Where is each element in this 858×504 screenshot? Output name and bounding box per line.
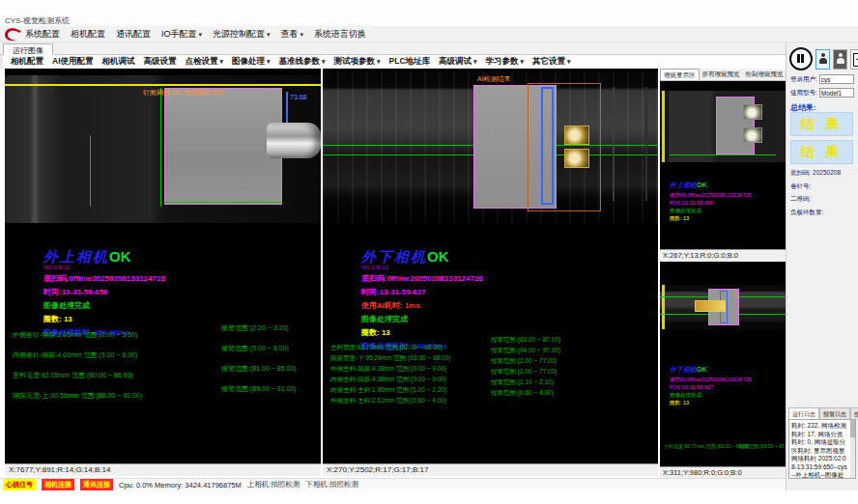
tool-test-params[interactable]: 测试项参数▾: [334, 56, 381, 68]
title-bar: CYS-视觉检测系统: [0, 0, 858, 26]
upper-preview-image[interactable]: [660, 91, 786, 162]
model-field: 使用型号:: [790, 88, 854, 98]
lower-camera-view[interactable]: AI检测结果 外下相机OK NG:0,B:10 底扫码:0ffline20250…: [323, 69, 658, 476]
chevron-down-icon: ▾: [267, 58, 271, 65]
result-box-lower: 结 果: [790, 140, 853, 164]
measurement-value: 隔膜宽度-上:90.56mm 范围:(88.00 ~ 92.00): [13, 392, 142, 399]
measurement-row: 外侧主料-主料:2.61mm 范围:(0.60 ~ 4.00)报警范围:(0.6…: [330, 389, 654, 400]
defect-highlight: [695, 300, 726, 312]
result-text: 结 果: [801, 144, 844, 161]
green-guide-line: [670, 154, 776, 155]
menu-view[interactable]: 查看▾: [281, 28, 304, 41]
chevron-down-icon: ▾: [473, 58, 477, 65]
lower-preview-image[interactable]: [660, 285, 786, 329]
heartbeat-status-badge: 心跳信号: [3, 479, 36, 490]
menu-light-config[interactable]: 光源控制配置▾: [213, 28, 271, 41]
lower-camera-image[interactable]: AI检测结果: [323, 71, 658, 223]
user-manage-button[interactable]: [833, 49, 847, 70]
measurement-value: 外侧主料-主料:2.61mm 范围:(0.60 ~ 4.00): [330, 397, 446, 404]
measurement-value: 主料宽度:83.77mm 范围:(82.00 ~ 88.00): [664, 443, 750, 449]
app-window: CYS-视觉检测系统 系统配置 相机配置 通讯配置 IO手配置▾ 光源控制配置▾…: [0, 0, 858, 504]
pixel-coords-readout: X:7677;Y:891;R:14;G:14;B:14: [5, 463, 321, 476]
lower-preview-info: 外下相机OK 底扫码:0ffline20250208133124728 时间:1…: [670, 358, 752, 406]
chevron-down-icon: ▾: [300, 31, 304, 38]
measurement-row: 内侧主料-主料:1.90mm 范围:(1.00 ~ 2.20)报警范围:(1.1…: [330, 378, 654, 389]
alarm-range: 报警范围:(2.00 ~ 77.00): [491, 357, 557, 366]
sidebar-buttons: ➔: [789, 47, 858, 70]
user-login-button[interactable]: [815, 49, 830, 70]
time-text: 时间:13-31-59-650: [43, 287, 165, 297]
threshold-overlay-text: 针面阈值:93, 动态阈值:100: [143, 88, 223, 98]
log-text-area: 耗时: 222, 网络检测耗时: 17, 网络分类耗时: 0, 网络提取分区耗时…: [788, 419, 856, 479]
model-input[interactable]: [819, 88, 854, 98]
alarm-range: 报警范围:(89.00 ~ 91.00): [221, 384, 297, 394]
upper-camera-view[interactable]: 73.68 针面阈值:93, 动态阈值:100 外上相机OK NG:0,B:11…: [5, 69, 321, 476]
measurement-row: 外侧主料-隔膜:4.38mm 范围:(0.00 ~ 9.00)报警范围:(2.0…: [330, 357, 654, 368]
menu-language-switch[interactable]: 系统语言切换: [314, 28, 366, 41]
pause-icon: [801, 54, 804, 63]
alarm-range: 报警范围:(2.00 ~ 77.00): [491, 368, 557, 377]
tool-camera-config[interactable]: 相机配置: [11, 56, 43, 68]
window-title: CYS-视觉检测系统: [5, 15, 70, 26]
green-guide-line: [160, 88, 161, 207]
tool-image-processing[interactable]: 图像处理▾: [232, 56, 271, 68]
process-done-text: 图像处理完成: [361, 314, 483, 324]
green-guide-line: [164, 202, 282, 203]
ring-count-label: 负极环数量:: [790, 209, 823, 217]
alarm-range: 报警范围:(81.00 ~ 85.00): [221, 364, 297, 374]
log-scrollbar-thumb[interactable]: [850, 420, 855, 437]
tool-other-settings[interactable]: 其它设置▾: [532, 56, 571, 68]
tool-spot-check[interactable]: 点检设置▾: [186, 56, 224, 68]
preview-tab-row: 瑕疵显示区 所有瑕疵预览 绘制瑕疵预览: [660, 69, 786, 81]
lower-camera-mode: 下相机:拍照检测: [305, 480, 358, 490]
exit-button[interactable]: ➔: [850, 49, 858, 70]
right-sidebar: ➔ 登录用户: 使用型号: 总结果: 结 果 结 果 底扫码: 20250208…: [786, 42, 858, 490]
chevron-down-icon: ▾: [567, 58, 571, 65]
measurement-row: 主料宽度:83.05mm 范围:(80.00 ~ 86.00)报警范围:(81.…: [13, 364, 317, 384]
login-user-input[interactable]: [819, 74, 854, 84]
qr-code-label: 二维码:: [790, 195, 811, 204]
measurement-value: 主料宽度:83.05mm 范围:(80.00 ~ 86.00): [13, 372, 133, 378]
yellow-guide-line: [662, 285, 665, 329]
ai-result-label: AI检测结果: [477, 74, 511, 84]
ai-time-text: 使用AI耗时: 1ms: [361, 300, 483, 311]
upper-camera-mode: 上相机:拍照检测: [247, 480, 300, 490]
cpu-memory-readout: Cpu: 0.0% Memory: 3424.41796875M: [119, 481, 242, 490]
tool-advanced-settings[interactable]: 高级设置: [144, 56, 177, 68]
roller-part: [267, 123, 321, 158]
tab-defect-display[interactable]: 瑕疵显示区: [660, 69, 700, 80]
measurement-row: 隔膜宽度-下:95.24mm 范围:(93.00 ~ 98.00)报警范围:(9…: [330, 347, 654, 357]
tab-run-image[interactable]: 运行图像: [3, 43, 53, 55]
chevron-down-icon: ▾: [521, 58, 525, 65]
camera-name: 外上相机: [670, 182, 697, 188]
measurement-row: 内侧主料-隔膜:4.38mm 范围:(0.00 ~ 9.00)报警范围:(2.0…: [330, 368, 654, 378]
tab-all-defects[interactable]: 所有瑕疵预览: [700, 69, 743, 80]
time-text: 时间:13-31-59-627: [670, 384, 752, 391]
tool-ai-usage-config[interactable]: AI使用配置: [52, 56, 94, 68]
pause-button[interactable]: [789, 47, 813, 70]
tool-learning-params[interactable]: 学习参数▾: [486, 56, 525, 68]
upper-preview-panel[interactable]: 外上相机OK 底扫码:0ffline20250208133124728 时间:1…: [660, 81, 786, 249]
tool-baseline-params[interactable]: 基准线参数▾: [279, 56, 326, 68]
view-tab-row: 运行图像: [0, 42, 858, 55]
menu-io-config[interactable]: IO手配置▾: [161, 28, 202, 41]
tab-drawn-defects[interactable]: 绘制瑕疵预览: [743, 69, 786, 80]
login-user-field: 登录用户:: [790, 74, 854, 84]
upper-camera-image[interactable]: 73.68 针面阈值:93, 动态阈值:100: [5, 75, 321, 223]
tool-camera-debug[interactable]: 相机调试: [102, 56, 135, 68]
menu-system-config[interactable]: 系统配置: [25, 28, 60, 41]
defect-highlight: [564, 149, 589, 168]
green-guide-line: [90, 135, 91, 207]
turns-count-text: 圈数: 13: [670, 400, 752, 406]
scan-code-label: 底扫码: 20250208: [790, 169, 841, 178]
defect-thumbnail: [743, 104, 762, 120]
winding-pin-label: 卷针号:: [790, 182, 811, 191]
camera-name: 外下相机: [361, 248, 427, 265]
pause-icon: [797, 54, 800, 63]
menu-camera-config[interactable]: 相机配置: [71, 28, 105, 41]
tool-advanced-debug[interactable]: 高级调试▾: [439, 56, 477, 68]
tool-plc-address[interactable]: PLC地址库: [389, 56, 431, 68]
lower-preview-panel[interactable]: 外下相机OK 底扫码:0ffline20250208133124728 时间:1…: [660, 262, 786, 466]
chevron-down-icon: ▾: [220, 58, 224, 65]
menu-comm-config[interactable]: 通讯配置: [116, 28, 151, 41]
